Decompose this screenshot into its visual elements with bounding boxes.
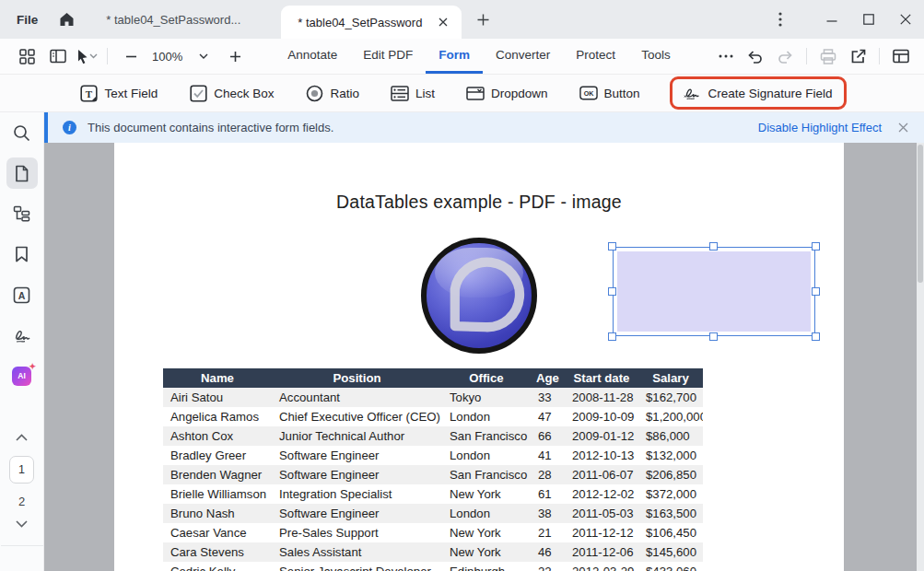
- table-cell: New York: [442, 487, 531, 501]
- chevron-down-icon[interactable]: [89, 53, 98, 59]
- ellipsis-icon: [719, 54, 733, 58]
- file-menu[interactable]: File: [0, 13, 51, 27]
- new-tab-button[interactable]: [467, 6, 498, 33]
- printer-icon: [820, 49, 836, 64]
- table-cell: Angelica Ramos: [163, 410, 272, 424]
- list-button[interactable]: List: [389, 80, 437, 106]
- table-cell: $132,000: [638, 449, 703, 462]
- print-button[interactable]: [814, 43, 842, 69]
- table-cell: Cara Stevens: [163, 545, 272, 559]
- tab-annotate[interactable]: Annotate: [275, 39, 350, 74]
- signatures-panel-button[interactable]: [0, 315, 44, 355]
- table-row: Cara StevensSales AssistantNew York46201…: [163, 542, 703, 562]
- resize-handle-ne[interactable]: [812, 242, 820, 251]
- more-menu-button[interactable]: [764, 4, 797, 35]
- table-cell: 2012-03-29: [565, 565, 638, 571]
- undo-icon: [747, 50, 764, 64]
- scrollbar-thumb[interactable]: [918, 145, 923, 283]
- redo-icon: [777, 50, 793, 64]
- resize-handle-s[interactable]: [709, 332, 718, 341]
- button-tool-button[interactable]: OK Button: [578, 80, 642, 106]
- table-header-row: NamePositionOfficeAgeStart dateSalary: [163, 368, 703, 388]
- document-tab-active[interactable]: * table04_SetPassword: [281, 6, 462, 39]
- create-signature-field-button[interactable]: Create Signature Field: [670, 76, 847, 110]
- document-tab-inactive[interactable]: * table04_SetPassword...: [82, 0, 281, 39]
- form-tools-bar: T Text Field Check Box Ratio List Dropdo…: [0, 75, 924, 112]
- document-heading: DataTables example - PDF - image: [114, 192, 844, 213]
- table-cell: 2011-12-12: [565, 526, 638, 540]
- zoom-out-button[interactable]: [117, 43, 145, 69]
- table-cell: Cedric Kelly: [163, 565, 272, 571]
- export-button[interactable]: [844, 43, 871, 69]
- table-cell: $372,000: [638, 487, 703, 501]
- page-number-2[interactable]: 2: [18, 490, 25, 512]
- dropdown-button[interactable]: Dropdown: [464, 80, 550, 106]
- resize-handle-se[interactable]: [812, 332, 820, 341]
- tab-protect[interactable]: Protect: [563, 39, 628, 74]
- outline-panel-button[interactable]: [0, 193, 44, 234]
- side-panel-toggle-button[interactable]: [44, 43, 72, 69]
- minimize-button[interactable]: [813, 4, 850, 35]
- tab-label: * table04_SetPassword: [298, 16, 422, 29]
- text-field-button[interactable]: T Text Field: [77, 80, 159, 106]
- table-cell: Brenden Wagner: [163, 468, 272, 482]
- resize-handle-e[interactable]: [812, 287, 820, 296]
- tab-close-icon[interactable]: [434, 13, 452, 31]
- home-button[interactable]: [51, 6, 82, 33]
- select-tool-button[interactable]: [76, 49, 98, 64]
- table-cell: New York: [442, 526, 531, 540]
- page-thumbnails-button[interactable]: [0, 153, 44, 193]
- pdf-page[interactable]: DataTables example - PDF - image: [114, 143, 844, 571]
- table-cell: Pre-Sales Support: [272, 526, 442, 540]
- ratio-button[interactable]: Ratio: [303, 80, 361, 106]
- zoom-level[interactable]: 100%: [148, 50, 186, 64]
- maximize-button[interactable]: [850, 4, 887, 35]
- close-window-button[interactable]: [887, 4, 924, 35]
- outline-tree-icon: [13, 205, 30, 222]
- next-page-button[interactable]: [0, 512, 44, 536]
- tab-tools[interactable]: Tools: [628, 39, 684, 74]
- layout-icon: [893, 49, 909, 64]
- table-body: Airi SatouAccountantTokyo332008-11-28$16…: [163, 388, 703, 571]
- grid-view-button[interactable]: [13, 43, 41, 69]
- table-cell: 61: [531, 487, 565, 501]
- left-sidebar: A AI ✦ 1 2: [0, 112, 44, 571]
- resize-handle-sw[interactable]: [608, 332, 616, 341]
- zoom-dropdown-button[interactable]: [190, 43, 217, 69]
- main-panel: i This document contains interactive for…: [44, 112, 924, 571]
- undo-button[interactable]: [742, 43, 769, 69]
- table-cell: 28: [531, 468, 565, 482]
- check-box-button[interactable]: Check Box: [187, 80, 275, 106]
- bookmarks-button[interactable]: [0, 234, 44, 274]
- column-header: Name: [163, 371, 272, 385]
- tab-edit-pdf[interactable]: Edit PDF: [350, 39, 426, 74]
- vertical-scrollbar[interactable]: [917, 143, 924, 571]
- annotations-panel-button[interactable]: A: [0, 274, 44, 315]
- tab-form[interactable]: Form: [426, 39, 483, 74]
- table-cell: London: [442, 449, 531, 462]
- resize-handle-nw[interactable]: [608, 242, 616, 251]
- layout-button[interactable]: [887, 43, 915, 69]
- previous-page-button[interactable]: [0, 425, 44, 449]
- table-cell: $1,200,000: [638, 410, 703, 424]
- search-button[interactable]: [0, 112, 44, 153]
- resize-handle-w[interactable]: [608, 287, 616, 296]
- document-viewport[interactable]: DataTables example - PDF - image: [44, 143, 924, 571]
- table-cell: $86,000: [638, 429, 703, 443]
- cursor-icon: [76, 49, 89, 64]
- table-cell: $433,060: [638, 565, 703, 571]
- disable-highlight-link[interactable]: Disable Highlight Effect: [758, 121, 882, 134]
- table-cell: Senior Javascript Developer: [272, 565, 442, 571]
- tab-converter[interactable]: Converter: [483, 39, 563, 74]
- table-cell: $106,450: [638, 526, 703, 540]
- notification-close-button[interactable]: [893, 118, 913, 138]
- resize-handle-n[interactable]: [709, 242, 718, 251]
- zoom-in-button[interactable]: [221, 43, 249, 69]
- page-number-current[interactable]: 1: [9, 456, 34, 484]
- redo-button[interactable]: [771, 43, 799, 69]
- ai-assistant-button[interactable]: AI ✦: [0, 355, 44, 396]
- toolbar-left-group: 100%: [0, 39, 249, 74]
- more-tools-button[interactable]: [712, 43, 740, 69]
- signature-form-field[interactable]: [613, 247, 815, 336]
- toolbar-right-group: [712, 39, 924, 74]
